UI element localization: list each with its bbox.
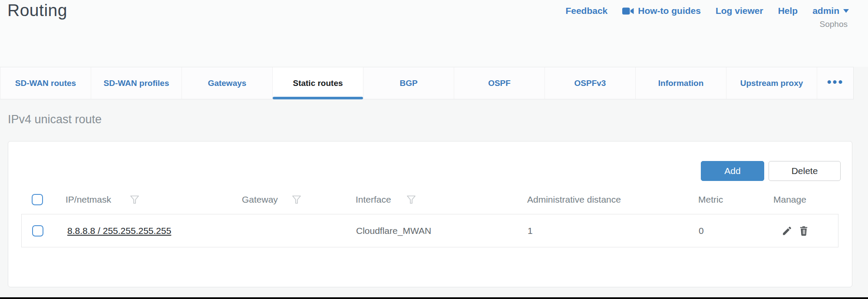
window-bottom-edge [0,297,868,299]
tab-bar: SD-WAN routes SD-WAN profiles Gateways S… [0,67,854,99]
column-header-interface: Interface [356,194,391,205]
tab-sdwan-routes[interactable]: SD-WAN routes [0,67,91,99]
help-label: Help [778,6,798,16]
howto-guides-label: How-to guides [638,6,701,16]
table-header-row: IP/netmask Gateway Interface Administrat… [8,190,852,209]
tabs-overflow-button[interactable]: ••• [817,67,854,99]
admin-menu[interactable]: admin [812,6,849,16]
video-camera-icon [622,7,634,15]
tab-bgp[interactable]: BGP [363,67,454,99]
filter-funnel-icon[interactable] [130,195,139,204]
select-all-checkbox[interactable] [32,194,43,205]
column-header-administrative-distance: Administrative distance [527,194,621,205]
edit-pencil-icon[interactable] [782,225,792,236]
tab-gateways[interactable]: Gateways [182,67,273,99]
route-metric-value: 0 [699,226,704,236]
route-admin-distance-value: 1 [528,226,533,236]
tab-ospf[interactable]: OSPF [454,67,545,99]
column-header-metric: Metric [698,194,723,205]
routes-card: Add Delete IP/netmask Gateway Interface … [8,141,852,287]
top-nav: Feedback How-to guides Log viewer Help a… [565,6,849,16]
tab-information[interactable]: Information [636,67,726,99]
column-header-manage: Manage [773,194,806,205]
column-header-ip-netmask: IP/netmask [66,194,111,205]
howto-guides-link[interactable]: How-to guides [622,6,701,16]
row-checkbox[interactable] [32,225,43,237]
route-ip-netmask-link[interactable]: 8.8.8.8 / 255.255.255.255 [67,226,171,236]
feedback-link[interactable]: Feedback [565,6,607,16]
tab-upstream-proxy[interactable]: Upstream proxy [726,67,817,99]
column-header-gateway: Gateway [242,194,278,205]
tab-ospfv3[interactable]: OSPFv3 [545,67,636,99]
route-interface-value: Cloudflare_MWAN [356,226,431,236]
help-link[interactable]: Help [778,6,798,16]
table-row: 8.8.8.8 / 255.255.255.255 Cloudflare_MWA… [21,214,838,247]
section-title: IPv4 unicast route [8,113,102,126]
admin-label: admin [812,6,839,16]
page-title: Routing [7,1,67,20]
log-viewer-label: Log viewer [716,6,763,16]
log-viewer-link[interactable]: Log viewer [716,6,763,16]
delete-button[interactable]: Delete [769,161,841,181]
feedback-label: Feedback [565,6,607,16]
tab-static-routes[interactable]: Static routes [273,67,363,99]
add-button[interactable]: Add [701,161,764,181]
delete-trash-icon[interactable] [799,225,809,236]
filter-funnel-icon[interactable] [292,195,301,204]
chevron-down-icon [843,9,849,13]
brand-label: Sophos [820,20,848,29]
tab-sdwan-profiles[interactable]: SD-WAN profiles [91,67,182,99]
filter-funnel-icon[interactable] [406,195,416,204]
